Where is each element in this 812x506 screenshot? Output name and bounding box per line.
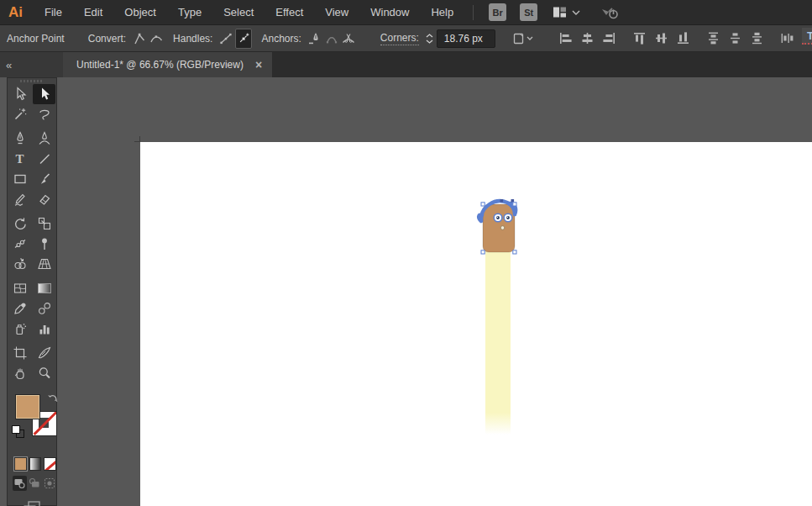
hand-tool-icon xyxy=(13,366,28,381)
menu-select[interactable]: Select xyxy=(212,6,265,18)
gradient-tool[interactable] xyxy=(33,278,55,298)
perspective-grid-tool[interactable] xyxy=(33,254,55,274)
align-middle-vertical-button[interactable] xyxy=(652,29,672,49)
draw-behind-button[interactable] xyxy=(28,476,42,491)
distribute-middle-button[interactable] xyxy=(726,29,746,49)
draw-normal-button[interactable] xyxy=(13,476,27,491)
artwork-character-head[interactable] xyxy=(470,195,529,271)
document-tab-title: Untitled-1* @ 66.67% (RGB/Preview) xyxy=(76,59,244,71)
rectangle-tool[interactable] xyxy=(8,169,31,189)
align-center-horizontal-button[interactable] xyxy=(578,29,598,49)
cut-path-button[interactable] xyxy=(341,29,356,49)
magic-wand-tool[interactable] xyxy=(8,104,31,124)
convert-to-smooth-button[interactable] xyxy=(149,29,164,49)
scale-tool[interactable] xyxy=(33,213,55,234)
distribute-left-button[interactable] xyxy=(778,29,798,49)
pen-tool[interactable] xyxy=(8,129,31,149)
fill-swatch[interactable] xyxy=(15,394,40,419)
panel-grip[interactable] xyxy=(8,78,56,84)
lasso-tool[interactable] xyxy=(33,104,55,124)
artboard-tool[interactable] xyxy=(8,343,31,363)
paintbrush-tool[interactable] xyxy=(33,169,55,189)
artboard-options-icon xyxy=(511,31,535,46)
touch-power-icon[interactable] xyxy=(600,4,621,21)
align-horizontal-group xyxy=(555,29,621,49)
none-button[interactable] xyxy=(44,457,56,471)
hide-handles-button[interactable] xyxy=(235,29,252,49)
menu-edit[interactable]: Edit xyxy=(73,6,113,18)
control-bar: Anchor Point Convert: Handles: xyxy=(0,25,812,52)
align-top-button[interactable] xyxy=(630,29,650,49)
menu-file[interactable]: File xyxy=(34,6,73,18)
menu-object[interactable]: Object xyxy=(113,6,167,18)
zoom-tool[interactable] xyxy=(33,363,55,383)
distribute-top-button[interactable] xyxy=(704,29,724,49)
illustrator-window: Ai File Edit Object Type Select Effect V… xyxy=(0,0,812,506)
draw-inside-button[interactable] xyxy=(42,476,56,491)
line-segment-tool[interactable] xyxy=(33,149,55,169)
convert-to-corner-button[interactable] xyxy=(132,29,147,49)
eyedropper-tool-icon xyxy=(13,301,28,316)
puppet-warp-tool[interactable] xyxy=(33,234,55,254)
type-tool[interactable]: T xyxy=(8,149,31,169)
corners-label[interactable]: Corners: xyxy=(380,32,419,45)
distribute-left-icon xyxy=(780,31,794,45)
hide-handles-icon xyxy=(236,31,251,46)
shaper-tool[interactable] xyxy=(8,189,31,209)
stepper-up-icon xyxy=(426,34,433,38)
nose-dot xyxy=(500,226,505,230)
menu-view[interactable]: View xyxy=(314,6,359,18)
character-panel-icon-partial[interactable]: T xyxy=(802,28,812,50)
menu-effect[interactable]: Effect xyxy=(265,6,314,18)
corners-stepper[interactable] xyxy=(426,34,433,44)
menu-window[interactable]: Window xyxy=(359,6,420,18)
width-tool[interactable] xyxy=(8,234,31,254)
slice-tool[interactable] xyxy=(33,343,55,363)
connect-anchors-button[interactable] xyxy=(324,29,339,49)
remove-anchor-button[interactable] xyxy=(307,29,322,49)
distribute-bottom-button[interactable] xyxy=(747,29,767,49)
eyedropper-tool[interactable] xyxy=(8,298,31,319)
convert-to-corner-icon xyxy=(132,31,147,46)
mesh-tool[interactable] xyxy=(8,278,31,298)
zoom-tool-icon xyxy=(37,366,52,381)
corners-value-field[interactable]: 18.76 px xyxy=(437,29,495,48)
tab-close-icon[interactable]: × xyxy=(255,59,262,71)
blend-tool[interactable] xyxy=(33,298,55,319)
canvas[interactable] xyxy=(0,77,812,506)
align-right-button[interactable] xyxy=(600,29,620,49)
document-tab[interactable]: Untitled-1* @ 66.67% (RGB/Preview) × xyxy=(63,52,272,77)
artwork-body-rect[interactable] xyxy=(485,251,511,435)
color-button[interactable] xyxy=(14,457,27,471)
swap-fill-stroke-icon[interactable] xyxy=(48,393,58,403)
direct-selection-tool-icon xyxy=(37,87,52,102)
menu-help[interactable]: Help xyxy=(420,6,464,18)
workspace-switcher-button[interactable] xyxy=(553,5,580,19)
hand-tool[interactable] xyxy=(8,363,31,383)
distribute-bottom-icon xyxy=(750,31,764,45)
show-handles-button[interactable] xyxy=(218,29,233,49)
menu-type[interactable]: Type xyxy=(167,6,212,18)
shape-builder-tool[interactable] xyxy=(8,254,31,274)
change-screen-mode-button[interactable] xyxy=(8,499,56,506)
gradient-button[interactable] xyxy=(29,457,42,471)
eraser-tool[interactable] xyxy=(33,189,55,209)
rotate-tool[interactable] xyxy=(8,213,31,234)
align-bottom-button[interactable] xyxy=(673,29,694,49)
mesh-tool-icon xyxy=(13,281,28,296)
align-left-icon xyxy=(558,31,573,45)
align-middle-vertical-icon xyxy=(654,31,668,45)
default-fill-stroke-icon[interactable] xyxy=(12,425,24,437)
stock-button[interactable]: St xyxy=(520,3,537,21)
symbol-sprayer-tool[interactable] xyxy=(8,319,31,339)
selection-tool[interactable] xyxy=(8,84,31,104)
curvature-tool[interactable] xyxy=(33,129,55,149)
convert-label: Convert: xyxy=(88,33,126,45)
artboard-options-button[interactable] xyxy=(511,29,535,49)
column-graph-tool[interactable] xyxy=(33,319,55,339)
collapse-panel-button[interactable]: « xyxy=(6,59,12,71)
stepper-down-icon xyxy=(426,40,433,44)
bridge-button[interactable]: Br xyxy=(489,3,506,21)
direct-selection-tool[interactable] xyxy=(33,84,55,104)
align-left-button[interactable] xyxy=(556,29,576,49)
